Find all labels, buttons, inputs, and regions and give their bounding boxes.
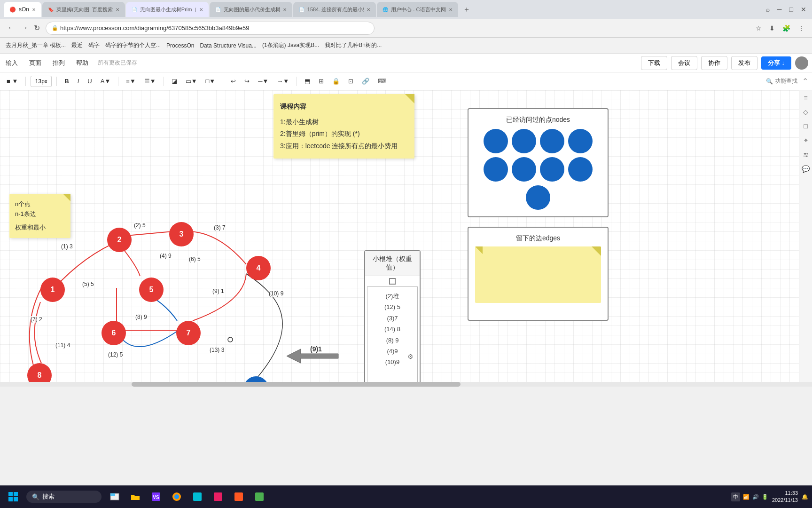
tab-2[interactable]: 🔖 菜里姆(无向图_百度搜索 ✕ [42,2,125,17]
panel-icon-1[interactable]: ≡ [804,94,807,102]
bold-button[interactable]: B [62,76,71,86]
italic-button[interactable]: I [75,76,82,86]
tab-4[interactable]: 📄 无向图的最小代价生成树之菜... ✕ [210,2,292,17]
taskbar-firefox[interactable] [167,487,186,506]
tab-5[interactable]: 📄 1584. 连接所有点的最小费... ✕ [293,2,376,17]
tab-active-1[interactable]: 🔴 sOn ✕ [4,2,41,17]
back-button[interactable]: ← [6,23,17,33]
more-button-1[interactable]: ⬒ [302,76,313,86]
bookmark-2[interactable]: 最近 [71,41,83,49]
taskbar-app-8[interactable] [250,487,269,506]
tab-close-1[interactable]: ✕ [32,7,36,12]
taskbar-app-6[interactable] [209,487,227,506]
collab-button[interactable]: 协作 [701,56,727,70]
panel-icon-5[interactable]: ≋ [803,151,809,159]
code-button[interactable]: ⌨ [375,76,390,86]
fill-button[interactable]: ◪ [169,76,180,86]
taskbar-search[interactable]: 🔍 搜索 [26,491,102,503]
maximize-icon[interactable]: □ [788,4,795,15]
arrow-button[interactable]: →▼ [274,76,292,86]
bg-color-button[interactable]: ▭▼ [183,76,200,86]
refresh-button[interactable]: ↻ [32,23,42,33]
lock-button[interactable]: 🔒 [329,76,343,86]
link-button[interactable]: 🔗 [359,76,372,86]
tab-close-2[interactable]: ✕ [116,7,119,12]
taskbar-ide[interactable]: VS [147,487,165,506]
taskbar-explorer[interactable] [105,487,124,506]
settings-icon[interactable]: ⋮ [796,23,806,34]
border-button[interactable]: □▼ [203,76,219,86]
extensions-icon[interactable]: 🧩 [781,23,792,34]
heap-handle-top[interactable] [389,278,396,285]
taskbar-sound-icon[interactable]: 🔊 [752,494,759,500]
collapse-icon[interactable]: ⌃ [802,77,808,86]
node-8[interactable]: 8 [27,363,52,382]
node-1[interactable]: 1 [40,278,65,302]
bookmark-4[interactable]: 码字的字节的个人空... [105,41,161,49]
tab-close-5[interactable]: ✕ [367,7,370,12]
bookmark-8[interactable]: 我对比了几种B+树的... [325,41,382,49]
publish-button[interactable]: 发布 [731,56,757,70]
bookmark-3[interactable]: 码字 [88,41,100,49]
format-search[interactable]: 🔍 功能查找 [766,77,797,85]
canvas-area[interactable]: (1) 3 (2) 5 (3) 7 (4) 9 (5) 5 (6) 5 (7) … [0,90,812,382]
close-icon[interactable]: ✕ [799,4,808,15]
start-button[interactable] [4,487,23,506]
panel-icon-4[interactable]: ⌖ [804,136,808,144]
user-avatar[interactable] [795,56,808,70]
heap-gear-icon[interactable]: ⚙ [407,353,414,360]
download-icon[interactable]: ⬇ [767,23,777,34]
tab-6[interactable]: 🌐 用户中心 - C语言中文网 ✕ [377,2,458,17]
line-button[interactable]: ─▼ [255,76,271,86]
panel-icon-2[interactable]: ◇ [803,108,808,116]
download-button[interactable]: 下载 [641,56,667,70]
taskbar-app-5[interactable] [188,487,207,506]
font-style-selector[interactable]: ■ ▼ [4,76,21,86]
tab-search-icon[interactable]: ⌕ [764,4,772,15]
node-7[interactable]: 7 [176,321,201,345]
node-3[interactable]: 3 [169,222,194,246]
unlock-button[interactable]: ⊡ [345,76,356,86]
taskbar-battery-icon[interactable]: 🔋 [762,494,768,500]
node-6[interactable]: 6 [102,321,126,345]
menu-arrange[interactable]: 排列 [51,58,67,68]
bookmark-5[interactable]: ProcessOn [166,42,194,49]
bookmark-1[interactable]: 去月月秋_第一章 模板... [6,41,66,49]
tab-3[interactable]: 📄 无向图最小生成树Prim（菜里... ✕ [126,2,209,17]
font-color-button[interactable]: A▼ [98,76,114,86]
taskbar-notification-icon[interactable]: 🔔 [802,494,808,500]
list-button[interactable]: ☰▼ [141,76,159,86]
node-5[interactable]: 5 [139,278,164,302]
taskbar-folder[interactable] [126,487,145,506]
node-2[interactable]: 2 [107,228,132,252]
align-button[interactable]: ≡▼ [123,76,138,86]
taskbar-lang-icon[interactable]: 中 [731,492,740,501]
bookmark-7[interactable]: (1条消息) Java实现B... [262,41,319,49]
taskbar-network-icon[interactable]: 📶 [743,494,750,500]
scrollbar-thumb[interactable] [132,382,461,387]
minimize-icon[interactable]: ─ [775,4,784,15]
tab-close-3[interactable]: ✕ [199,7,203,12]
horizontal-scrollbar[interactable] [0,382,812,387]
meeting-button[interactable]: 会议 [671,56,697,70]
node-4[interactable]: 4 [246,256,271,280]
bookmark-star-icon[interactable]: ☆ [754,23,764,34]
menu-help[interactable]: 帮助 [74,58,90,68]
taskbar-datetime[interactable]: 11:33 2022/11/13 [772,490,798,504]
menu-input[interactable]: 输入 [4,58,20,68]
more-button-2[interactable]: ⊞ [316,76,327,86]
menu-page[interactable]: 页面 [27,58,43,68]
tab-close-6[interactable]: ✕ [449,7,453,12]
font-size-input[interactable] [31,76,52,87]
node-9[interactable]: 9 [243,376,269,382]
redo-button[interactable]: ↪ [242,76,252,86]
url-input[interactable]: 🔒 https://www.processon.com/diagraming/6… [46,22,375,35]
bookmark-6[interactable]: Data Structure Visua... [200,42,257,49]
undo-button[interactable]: ↩ [228,76,239,86]
underline-button[interactable]: U [85,76,94,86]
forward-button[interactable]: → [19,23,30,33]
panel-icon-6[interactable]: 💬 [802,165,810,173]
panel-icon-3[interactable]: □ [804,122,807,130]
taskbar-app-7[interactable] [229,487,248,506]
share-button[interactable]: 分享 ↓ [761,56,791,70]
